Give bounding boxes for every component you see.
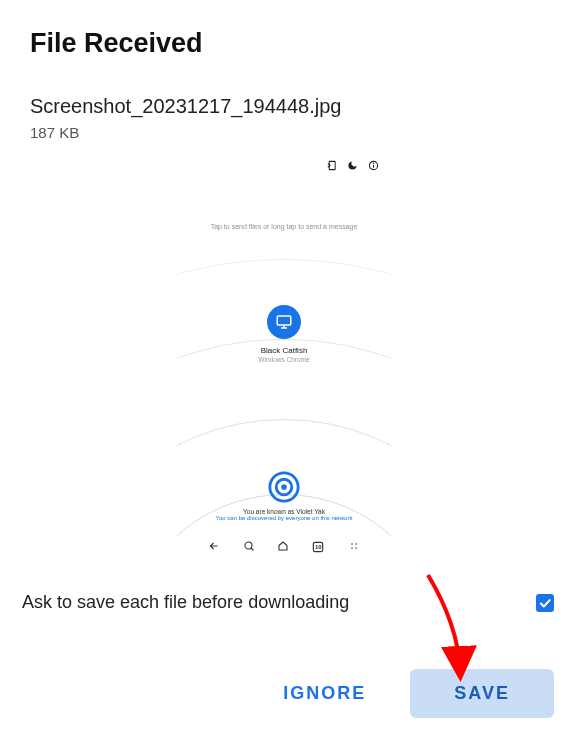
- home-icon: [277, 538, 289, 556]
- save-button[interactable]: SAVE: [410, 669, 554, 718]
- back-icon: [208, 538, 220, 556]
- svg-point-10: [245, 542, 252, 549]
- check-icon: [538, 596, 552, 610]
- preview-topbar: [326, 157, 379, 175]
- file-preview: Tap to send files or long tap to send a …: [0, 149, 568, 564]
- ask-save-checkbox[interactable]: [536, 594, 554, 612]
- self-identity: You are known as Violet Yak You can be d…: [177, 470, 391, 521]
- dialog-title: File Received: [30, 28, 568, 59]
- moon-icon: [347, 157, 358, 175]
- ignore-button[interactable]: IGNORE: [263, 671, 386, 716]
- tap-hint-text: Tap to send files or long tap to send a …: [177, 223, 391, 230]
- svg-point-14: [355, 543, 357, 545]
- install-icon: [326, 157, 337, 175]
- search-icon: [243, 538, 255, 556]
- annotation-arrow-icon: [418, 570, 488, 685]
- svg-point-15: [351, 547, 353, 549]
- file-name: Screenshot_20231217_194448.jpg: [30, 95, 568, 118]
- svg-line-11: [251, 548, 254, 551]
- ask-save-label: Ask to save each file before downloading: [22, 592, 349, 613]
- broadcast-icon: [267, 470, 301, 504]
- svg-rect-4: [277, 316, 291, 325]
- menu-icon: [348, 538, 360, 556]
- preview-thumbnail: Tap to send files or long tap to send a …: [177, 149, 391, 564]
- file-size: 187 KB: [30, 124, 568, 141]
- svg-point-3: [373, 163, 374, 164]
- monitor-icon: [267, 305, 301, 339]
- svg-point-16: [355, 547, 357, 549]
- discovery-note: You can be discovered by everyone on thi…: [177, 515, 391, 521]
- peer-subtitle: Windows Chrome: [177, 356, 391, 363]
- self-known-text: You are known as Violet Yak: [177, 508, 391, 515]
- tabs-icon: 10: [311, 540, 325, 554]
- svg-point-13: [351, 543, 353, 545]
- peer-device: Black Catfish Windows Chrome: [177, 305, 391, 363]
- tabs-count: 10: [315, 544, 322, 550]
- preview-navbar: 10: [177, 538, 391, 556]
- svg-point-9: [281, 484, 287, 490]
- peer-name: Black Catfish: [177, 346, 391, 355]
- info-icon: [368, 157, 379, 175]
